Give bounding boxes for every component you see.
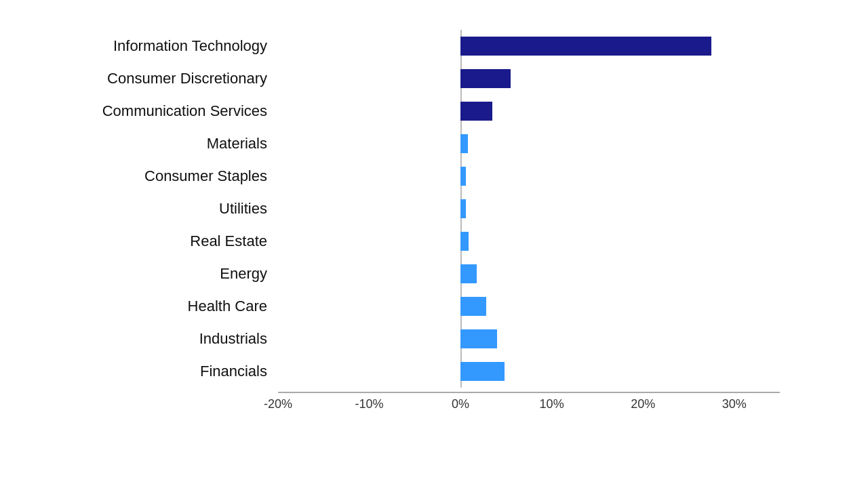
row-label: Information Technology (88, 37, 278, 55)
bar (460, 232, 469, 251)
x-axis-labels: -20%-10%0%10%20%30% (278, 393, 780, 415)
bar-section (278, 62, 780, 95)
bar (460, 102, 492, 121)
main-container: Information TechnologyConsumer Discretio… (61, 0, 807, 428)
row-label: Financials (88, 363, 278, 380)
bar-canvas (278, 323, 780, 355)
bar-section (278, 160, 780, 192)
chart-row: Real Estate (88, 225, 780, 258)
bar-section (278, 95, 780, 127)
chart-row: Consumer Discretionary (88, 62, 780, 95)
chart-row: Health Care (88, 290, 780, 323)
chart-row: Energy (88, 258, 780, 290)
x-axis-tick: 10% (540, 397, 564, 411)
bar-canvas (278, 160, 780, 192)
chart-rows: Information TechnologyConsumer Discretio… (88, 30, 780, 388)
row-label: Real Estate (88, 232, 278, 250)
bar (460, 199, 466, 218)
chart-row: Consumer Staples (88, 160, 780, 192)
x-axis-tick: 0% (452, 397, 469, 411)
bar-canvas (278, 192, 780, 225)
bar (460, 362, 505, 381)
bar (460, 264, 477, 283)
bar-section (278, 290, 780, 323)
x-axis-tick: 30% (722, 397, 747, 411)
row-label: Materials (88, 135, 278, 152)
chart-row: Industrials (88, 323, 780, 355)
row-label: Industrials (88, 330, 278, 348)
bar (460, 329, 497, 348)
bar-canvas (278, 290, 780, 323)
bar (460, 167, 466, 186)
x-axis-tick: 20% (631, 397, 655, 411)
bar (460, 134, 468, 153)
chart-row: Financials (88, 355, 780, 388)
bar-canvas (278, 62, 780, 95)
bar-canvas (278, 355, 780, 388)
bar-canvas (278, 258, 780, 290)
bar-canvas (278, 30, 780, 62)
bar-canvas (278, 95, 780, 127)
x-axis-tick: -10% (355, 397, 384, 411)
chart-row: Communication Services (88, 95, 780, 127)
chart-row: Utilities (88, 192, 780, 225)
chart-row: Materials (88, 127, 780, 160)
bar-section (278, 30, 780, 62)
row-label: Energy (88, 265, 278, 283)
row-label: Health Care (88, 298, 278, 315)
bar-section (278, 323, 780, 355)
bar (460, 297, 486, 316)
row-label: Communication Services (88, 102, 278, 120)
row-label: Consumer Discretionary (88, 70, 278, 87)
row-label: Consumer Staples (88, 167, 278, 185)
bar-section (278, 355, 780, 388)
bar-canvas (278, 127, 780, 160)
chart-row: Information Technology (88, 30, 780, 62)
bar-section (278, 225, 780, 258)
bar (460, 69, 511, 88)
bar-canvas (278, 225, 780, 258)
bar (460, 37, 711, 56)
row-label: Utilities (88, 200, 278, 218)
chart-area: Information TechnologyConsumer Discretio… (88, 30, 780, 415)
x-axis: -20%-10%0%10%20%30% (278, 392, 780, 415)
bar-section (278, 127, 780, 160)
bar-section (278, 258, 780, 290)
bar-section (278, 192, 780, 225)
x-axis-tick: -20% (264, 397, 292, 411)
